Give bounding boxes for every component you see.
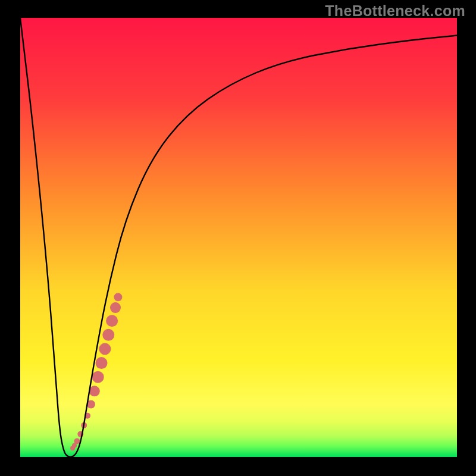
scatter-point [106,315,118,327]
scatter-point [92,371,104,383]
scatter-point [114,293,122,301]
chart-canvas [0,0,476,476]
bottleneck-chart: TheBottleneck.com [0,0,476,476]
watermark-text: TheBottleneck.com [325,2,465,20]
scatter-point [99,343,111,355]
scatter-point [96,357,108,369]
scatter-point [102,329,114,341]
chart-gradient-background [20,18,457,457]
scatter-point [110,302,121,313]
scatter-point [89,386,100,396]
scatter-point [74,438,80,444]
